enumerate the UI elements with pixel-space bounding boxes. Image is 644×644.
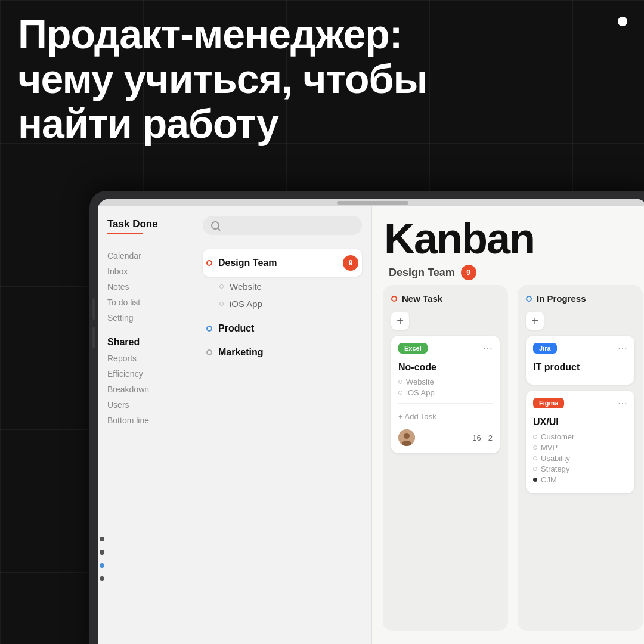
task-title-itproduct: IT product [533, 362, 627, 373]
task-tag-excel: Excel [398, 343, 428, 354]
col-title-inprogress: In Progress [526, 293, 586, 304]
avatar-user [398, 429, 415, 446]
headline-line3: найти работу [18, 101, 626, 146]
task-sub-text-ios: iOS App [406, 388, 435, 397]
col-title-text-newtask: New Task [402, 293, 442, 304]
sub-item-text-website: Website [230, 281, 262, 292]
kanban-subtitle: Design Team 9 [372, 260, 644, 285]
task-card-uxui: Figma ⋯ UX/UI Customer MVP [526, 391, 634, 493]
project-name-marketing: Marketing [218, 347, 358, 358]
svg-point-1 [404, 433, 410, 439]
task-count: 16 2 [472, 434, 493, 442]
sidebar-item-efficiency[interactable]: Efficiency [107, 369, 183, 379]
task-sub-mvp: MVP [533, 443, 627, 452]
col-dot-inprogress [526, 296, 532, 302]
task-sub-text-website: Website [406, 377, 434, 386]
project-item-product[interactable]: Product [203, 317, 362, 340]
task-card-itproduct: Jira ⋯ IT product [526, 336, 634, 385]
col-header-inprogress: In Progress [526, 293, 634, 304]
project-item-designteam[interactable]: Design Team 9 [203, 249, 362, 277]
task-card-nocode: Excel ⋯ No-code Website iOS App [391, 336, 500, 453]
project-name-designteam: Design Team [218, 258, 337, 268]
task-more-uxui[interactable]: ⋯ [618, 398, 627, 409]
ipad-button-3 [100, 563, 104, 568]
task-count-1: 16 [472, 434, 481, 442]
headline-line1: Продакт-менеджер: [18, 12, 626, 57]
sub-item-iosapp: iOS App [203, 295, 362, 312]
headline-line2: чему учиться, чтобы [18, 57, 626, 101]
task-sub-usability: Usability [533, 454, 627, 463]
col-title-text-inprogress: In Progress [537, 293, 586, 304]
task-more-nocode[interactable]: ⋯ [483, 343, 493, 354]
app-title: Task Done [107, 218, 183, 230]
kanban-col-inprogress: In Progress + Jira ⋯ IT product [518, 285, 643, 631]
project-item-marketing[interactable]: Marketing [203, 341, 362, 364]
add-task-button-newtask[interactable]: + [391, 312, 409, 330]
project-badge-designteam: 9 [343, 255, 358, 271]
sidebar-item-notes[interactable]: Notes [107, 282, 183, 292]
add-task-link[interactable]: + Add Task [398, 410, 493, 423]
kanban-title: Kanban [384, 217, 534, 260]
sub-item-text-iosapp: iOS App [230, 299, 262, 309]
task-sub-dot-customer [533, 435, 537, 439]
task-sub-dot-mvp [533, 445, 537, 450]
task-sub-text-mvp: MVP [541, 443, 558, 452]
project-name-product: Product [218, 323, 358, 334]
kanban-col-newtask: New Task + Excel ⋯ No-code [383, 285, 508, 631]
sub-dot-website [219, 284, 224, 289]
screen-topbar [98, 199, 644, 206]
shared-section-label: Shared [107, 337, 183, 348]
task-sub-text-strategy: Strategy [541, 465, 569, 473]
task-sub-dot-website [398, 380, 402, 384]
task-count-2: 2 [488, 434, 493, 442]
task-sub-dot-cjm [533, 478, 537, 482]
project-dot-marketing [206, 349, 212, 355]
kanban-project-badge: 9 [461, 265, 476, 280]
task-sub-dot-usability [533, 456, 537, 460]
task-sub-strategy: Strategy [533, 465, 627, 473]
screen-content: Task Done Calendar Inbox Notes To do lis… [98, 206, 644, 644]
sidebar-item-calendar[interactable]: Calendar [107, 251, 183, 261]
screen-notch [337, 201, 408, 205]
project-dot-designteam [206, 260, 212, 266]
task-title-nocode: No-code [398, 362, 493, 373]
card-divider [398, 403, 493, 404]
task-sub-text-usability: Usability [541, 454, 570, 463]
ipad-button-4 [100, 576, 104, 581]
volume-up-button [92, 298, 95, 320]
col-title-newtask: New Task [391, 293, 442, 304]
project-dot-product [206, 326, 212, 332]
sidebar-item-bottomline[interactable]: Bottom line [107, 416, 183, 425]
search-icon [211, 221, 219, 230]
kanban-area: Kanban Design Team 9 New Task [372, 206, 644, 644]
add-task-button-inprogress[interactable]: + [526, 312, 544, 330]
task-sub-dot-strategy [533, 467, 537, 471]
kanban-project-name: Design Team [389, 267, 455, 279]
sidebar-item-todolist[interactable]: To do list [107, 298, 183, 307]
ipad-button-1 [100, 537, 104, 541]
task-sub-text-cjm: CJM [541, 475, 557, 484]
task-sub-text-customer: Customer [541, 432, 574, 441]
col-dot-newtask [391, 296, 397, 302]
sidebar-item-breakdown[interactable]: Breakdown [107, 385, 183, 394]
ipad-screen: Task Done Calendar Inbox Notes To do lis… [98, 199, 644, 644]
sidebar-item-reports[interactable]: Reports [107, 354, 183, 363]
title-block: Продакт-менеджер: чему учиться, чтобы на… [18, 12, 626, 145]
task-more-itproduct[interactable]: ⋯ [618, 343, 627, 354]
task-sub-website: Website [398, 377, 493, 386]
sidebar-item-setting[interactable]: Setting [107, 313, 183, 323]
sub-item-website: Website [203, 278, 362, 295]
sidebar-item-inbox[interactable]: Inbox [107, 267, 183, 276]
ipad-button-2 [100, 550, 104, 555]
task-tag-jira: Jira [533, 343, 557, 354]
sub-dot-iosapp [219, 302, 224, 306]
volume-down-button [92, 327, 95, 348]
search-input[interactable] [224, 221, 354, 230]
ipad-frame: Task Done Calendar Inbox Notes To do lis… [89, 191, 644, 644]
task-sub-iosapp: iOS App [398, 388, 493, 397]
search-bar[interactable] [203, 216, 362, 235]
task-sub-customer: Customer [533, 432, 627, 441]
sidebar-item-users[interactable]: Users [107, 400, 183, 410]
task-tag-figma: Figma [533, 398, 564, 408]
task-sub-cjm: CJM [533, 475, 627, 484]
